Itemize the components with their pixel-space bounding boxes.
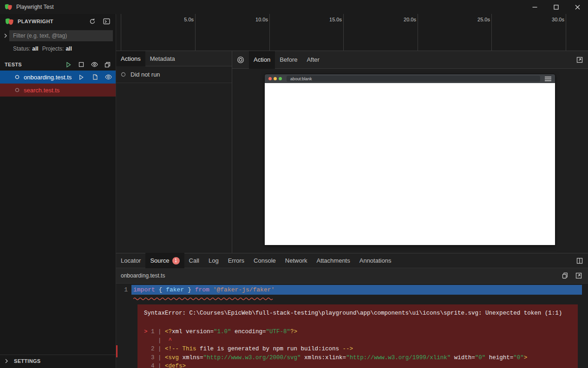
traffic-lights [268,77,282,80]
show-source-icon[interactable] [90,72,99,82]
traffic-green-dot [279,77,282,80]
source-file-name: onboarding.test.ts [121,272,165,279]
status-label: Status: [13,45,30,52]
tab-before[interactable]: Before [275,51,302,69]
tab-after[interactable]: After [302,51,324,69]
tab-action[interactable]: Action [249,51,275,69]
test-status-circle-icon [15,88,20,92]
snapshot-area: about:blank [232,69,588,253]
terminal-icon[interactable] [102,17,111,26]
tab-label: Network [285,257,307,264]
tab-network[interactable]: Network [281,253,312,268]
preview-panel: Action Before After [232,51,588,253]
tests-label: TESTS [5,62,22,67]
timeline-gridline [121,14,121,51]
tab-label: Call [189,257,199,264]
test-item-onboarding[interactable]: onboarding.test.ts [0,71,116,84]
run-test-icon[interactable] [77,72,86,82]
tab-label: Locator [121,257,141,264]
browser-chrome: about:blank [265,74,555,83]
source-editor[interactable]: 1 import { faker } from '@faker-js/faker… [116,284,588,368]
syntax-error-box: SyntaxError: C:\Courses\EpicWeb\full-sta… [137,304,578,368]
tab-label: Errors [228,257,244,264]
tab-attachments[interactable]: Attachments [312,253,354,268]
timeline-gridline: 15.0s [343,14,344,51]
test-file-name: onboarding.test.ts [24,74,72,81]
tab-metadata[interactable]: Metadata [145,51,180,66]
timeline-tick-label: 10.0s [255,17,268,22]
reload-icon[interactable] [88,17,97,26]
test-item-search[interactable]: search.test.ts [0,84,116,97]
traffic-yellow-dot [274,77,277,80]
maximize-button[interactable] [545,0,567,14]
settings-section-header[interactable]: SETTINGS [0,355,116,367]
status-circle-icon [121,72,126,77]
tab-call[interactable]: Call [184,253,204,268]
bottom-panel: Locator Source1 Call Log Errors Console … [116,253,588,368]
tab-console[interactable]: Console [249,253,281,268]
stop-icon[interactable] [77,60,86,69]
filter-input[interactable] [9,30,113,41]
copy-icon[interactable] [560,271,569,280]
code-line-1: 1 import { faker } from '@faker-js/faker… [116,284,588,295]
test-file-name: search.test.ts [24,87,59,94]
traffic-red-dot [268,77,272,80]
did-not-run-row: Did not run [116,66,232,83]
timeline[interactable]: 5.0s 10.0s 15.0s 20.0s 25.0s 30.0s [116,14,588,51]
minimize-button[interactable] [524,0,545,14]
blank-page [265,83,555,245]
settings-label: SETTINGS [14,358,40,364]
playwright-masks-icon [5,18,14,26]
status-value[interactable]: all [32,45,38,52]
watch-test-icon[interactable] [104,72,113,82]
tab-source[interactable]: Source1 [145,253,184,268]
tests-section-header: TESTS [0,58,116,71]
tab-log[interactable]: Log [204,253,223,268]
tab-label: After [307,56,319,63]
tab-locator[interactable]: Locator [116,253,145,268]
timeline-gridline: 10.0s [269,14,270,51]
browser-snapshot: about:blank [265,74,555,245]
error-message: SyntaxError: C:\Courses\EpicWeb\full-sta… [144,309,571,317]
timeline-gridline: 25.0s [491,14,492,51]
chevron-right-icon [3,357,10,365]
tab-label: Source [150,257,169,264]
code-line-content: import { faker } from '@faker-js/faker' [131,285,582,295]
error-code-frame: > 1 | <?xml version="1.0" encoding="UTF-… [144,328,571,368]
code-frame-line: 4 | <defs> [144,362,571,368]
titlebar: Playwright Test [0,0,588,14]
code-frame-line: 2 | <!-- This file is generated by npm r… [144,345,571,354]
tab-annotations[interactable]: Annotations [355,253,396,268]
pick-locator-icon[interactable] [232,51,249,69]
tab-actions[interactable]: Actions [116,51,145,66]
tab-label: Before [280,56,297,63]
filter-row [0,29,116,43]
sidebar-header: PLAYWRIGHT [0,14,116,29]
close-button[interactable] [567,0,588,14]
collapse-all-icon[interactable] [103,60,112,69]
main-area: 5.0s 10.0s 15.0s 20.0s 25.0s 30.0s Actio… [116,14,588,368]
code-frame-line: 3 | <svg xmlns="http://www.w3.org/2000/s… [144,354,571,362]
menu-icon [545,77,551,81]
open-external-icon[interactable] [575,55,584,65]
tab-label: Attachments [316,257,350,264]
playwright-test-window: Playwright Test PLAYWRIGHT [0,0,588,368]
page-url: about:blank [290,77,312,81]
error-count-badge: 1 [172,257,180,265]
tab-errors[interactable]: Errors [223,253,249,268]
projects-value[interactable]: all [65,45,72,52]
watch-all-icon[interactable] [90,60,99,69]
status-row: Status:allProjects:all [0,43,116,55]
open-external-icon[interactable] [574,271,583,280]
tab-label: Annotations [359,257,392,264]
split-view-icon[interactable] [575,256,584,265]
run-all-icon[interactable] [64,60,73,69]
timeline-gridline: 30.0s [566,14,566,51]
chevron-right-icon[interactable] [2,32,9,39]
window-title: Playwright Test [16,4,53,10]
code-frame-line: > 1 | <?xml version="1.0" encoding="UTF-… [144,328,571,336]
source-file-bar: onboarding.test.ts [116,268,588,284]
tab-label: Actions [121,55,141,62]
timeline-gridline: 5.0s [195,14,196,51]
error-marker-strip [116,345,118,357]
